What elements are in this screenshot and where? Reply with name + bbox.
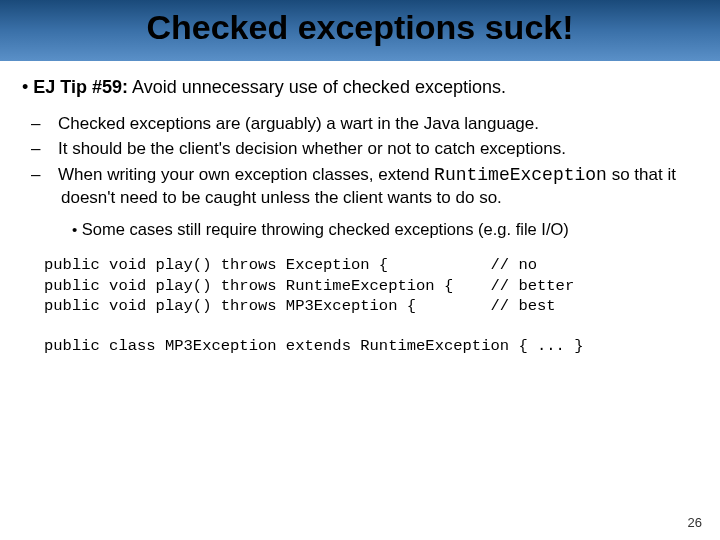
sub-sub-item: • Some cases still require throwing chec… xyxy=(22,220,698,239)
title-bar: Checked exceptions suck! xyxy=(0,0,720,61)
dash-icon: – xyxy=(46,164,58,187)
code-block: public void play() throws Exception { //… xyxy=(44,255,698,356)
code-line: public void play() throws RuntimeExcepti… xyxy=(44,277,574,295)
bullet-icon: • xyxy=(22,77,28,97)
code-line: public class MP3Exception extends Runtim… xyxy=(44,337,584,355)
sub-item-2: –It should be the client's decision whet… xyxy=(46,138,698,161)
inline-code: RuntimeException xyxy=(434,165,607,185)
sub-list: –Checked exceptions are (arguably) a war… xyxy=(22,113,698,210)
sub-text-1: Checked exceptions are (arguably) a wart… xyxy=(58,114,539,133)
slide-title: Checked exceptions suck! xyxy=(0,8,720,47)
sub-text-3a: When writing your own exception classes,… xyxy=(58,165,434,184)
sub-sub-text: Some cases still require throwing checke… xyxy=(82,220,569,238)
bullet-icon: • xyxy=(72,221,77,238)
code-line: public void play() throws MP3Exception {… xyxy=(44,297,556,315)
sub-text-2: It should be the client's decision wheth… xyxy=(58,139,566,158)
dash-icon: – xyxy=(46,138,58,161)
sub-item-1: –Checked exceptions are (arguably) a war… xyxy=(46,113,698,136)
dash-icon: – xyxy=(46,113,58,136)
code-line: public void play() throws Exception { //… xyxy=(44,256,537,274)
slide-content: • EJ Tip #59: Avoid unnecessary use of c… xyxy=(0,61,720,356)
sub-item-3: –When writing your own exception classes… xyxy=(46,163,698,210)
tip-text: Avoid unnecessary use of checked excepti… xyxy=(128,77,506,97)
tip-label: EJ Tip #59: xyxy=(33,77,128,97)
main-bullet: • EJ Tip #59: Avoid unnecessary use of c… xyxy=(22,75,698,99)
page-number: 26 xyxy=(688,515,702,530)
